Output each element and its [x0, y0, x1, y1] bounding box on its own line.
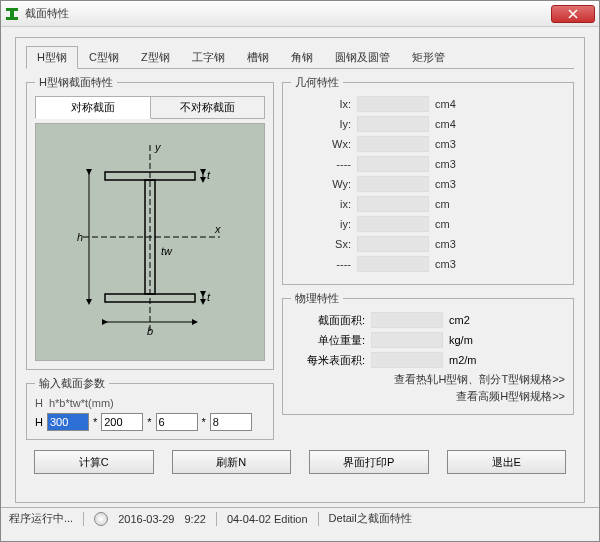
physical-legend: 物理特性: [291, 291, 343, 306]
status-running: 程序运行中...: [9, 511, 73, 526]
geo-unit: cm: [435, 218, 471, 230]
geo-label: Wx:: [291, 138, 351, 150]
geo-label: Iy:: [291, 118, 351, 130]
phys-row: 每米表面积: m2/m: [291, 352, 565, 368]
tab-rect[interactable]: 矩形管: [401, 46, 456, 68]
geo-row: Iy: cm4: [291, 116, 565, 132]
statusbar: 程序运行中... 2016-03-29 9:22 04-04-02 Editio…: [1, 507, 599, 529]
geo-unit: cm4: [435, 98, 471, 110]
tab-c-steel[interactable]: C型钢: [78, 46, 130, 68]
exit-button[interactable]: 退出E: [447, 450, 567, 474]
svg-text:y: y: [154, 141, 162, 153]
geo-unit: cm3: [435, 138, 471, 150]
body: H型钢截面特性 对称截面 不对称截面 y x: [26, 75, 574, 440]
sub-tab-symmetric[interactable]: 对称截面: [35, 96, 151, 119]
star: *: [202, 416, 206, 428]
params-legend: 输入截面参数: [35, 376, 109, 391]
geo-value: [357, 116, 429, 132]
svg-text:h: h: [77, 231, 83, 243]
param-hint-text: h*b*tw*t(mm): [49, 397, 114, 409]
tab-channel[interactable]: 槽钢: [236, 46, 280, 68]
outer-panel: H型钢 C型钢 Z型钢 工字钢 槽钢 角钢 圆钢及圆管 矩形管 H型钢截面特性 …: [15, 37, 585, 503]
geometry-group: 几何特性 Ix: cm4 Iy: cm4 Wx: cm3 ---- cm3 Wy…: [282, 75, 574, 285]
clock-icon: [94, 512, 108, 526]
h-section-svg: y x tw h b t: [65, 137, 235, 347]
svg-text:t: t: [207, 169, 211, 181]
svg-rect-1: [6, 8, 18, 11]
geo-label: Ix:: [291, 98, 351, 110]
status-time: 9:22: [184, 513, 205, 525]
phys-unit: kg/m: [449, 334, 489, 346]
link-high-freq[interactable]: 查看高频H型钢规格>>: [291, 389, 565, 404]
tab-round[interactable]: 圆钢及圆管: [324, 46, 401, 68]
phys-value: [371, 352, 443, 368]
geo-label: ix:: [291, 198, 351, 210]
geo-unit: cm3: [435, 238, 471, 250]
close-icon: [568, 9, 578, 19]
geo-label: ----: [291, 158, 351, 170]
geo-row: Wy: cm3: [291, 176, 565, 192]
tab-i-steel[interactable]: 工字钢: [181, 46, 236, 68]
input-h[interactable]: [47, 413, 89, 431]
geo-unit: cm3: [435, 158, 471, 170]
star: *: [93, 416, 97, 428]
svg-rect-2: [6, 17, 18, 20]
input-tw[interactable]: [156, 413, 198, 431]
spec-links: 查看热轧H型钢、剖分T型钢规格>> 查看高频H型钢规格>>: [291, 372, 565, 404]
input-b[interactable]: [101, 413, 143, 431]
status-date: 2016-03-29: [118, 513, 174, 525]
svg-text:b: b: [147, 325, 153, 337]
refresh-button[interactable]: 刷新N: [172, 450, 292, 474]
geo-value: [357, 156, 429, 172]
geo-row: Ix: cm4: [291, 96, 565, 112]
geo-unit: cm3: [435, 258, 471, 270]
physical-group: 物理特性 截面面积: cm2 单位重量: kg/m 每米表面积: m2/m 查看…: [282, 291, 574, 415]
geo-value: [357, 176, 429, 192]
geo-row: iy: cm: [291, 216, 565, 232]
phys-value: [371, 332, 443, 348]
tab-z-steel[interactable]: Z型钢: [130, 46, 181, 68]
phys-label: 单位重量:: [291, 333, 365, 348]
star: *: [147, 416, 151, 428]
status-edition: 04-04-02 Edition: [227, 513, 308, 525]
geo-label: ----: [291, 258, 351, 270]
geo-unit: cm4: [435, 118, 471, 130]
geo-row: ---- cm3: [291, 156, 565, 172]
close-button[interactable]: [551, 5, 595, 23]
phys-row: 截面面积: cm2: [291, 312, 565, 328]
link-hot-rolled[interactable]: 查看热轧H型钢、剖分T型钢规格>>: [291, 372, 565, 387]
geo-value: [357, 196, 429, 212]
sub-tab-asymmetric[interactable]: 不对称截面: [151, 96, 266, 119]
geo-value: [357, 256, 429, 272]
svg-text:x: x: [214, 223, 221, 235]
main-tabs: H型钢 C型钢 Z型钢 工字钢 槽钢 角钢 圆钢及圆管 矩形管: [26, 46, 574, 69]
geo-unit: cm: [435, 198, 471, 210]
geo-value: [357, 236, 429, 252]
param-row: H * * *: [35, 413, 265, 431]
tab-h-steel[interactable]: H型钢: [26, 46, 78, 69]
calc-button[interactable]: 计算C: [34, 450, 154, 474]
section-legend: H型钢截面特性: [35, 75, 117, 90]
param-label: H: [35, 416, 43, 428]
status-detail: Detail之截面特性: [329, 511, 412, 526]
phys-value: [371, 312, 443, 328]
geo-row: Sx: cm3: [291, 236, 565, 252]
param-hint: H h*b*tw*t(mm): [35, 397, 265, 409]
svg-text:t: t: [207, 291, 211, 303]
phys-row: 单位重量: kg/m: [291, 332, 565, 348]
left-column: H型钢截面特性 对称截面 不对称截面 y x: [26, 75, 274, 440]
phys-label: 截面面积:: [291, 313, 365, 328]
tab-angle[interactable]: 角钢: [280, 46, 324, 68]
sub-tabs: 对称截面 不对称截面: [35, 96, 265, 119]
section-group: H型钢截面特性 对称截面 不对称截面 y x: [26, 75, 274, 370]
print-button[interactable]: 界面打印P: [309, 450, 429, 474]
geometry-legend: 几何特性: [291, 75, 343, 90]
content-area: H型钢 C型钢 Z型钢 工字钢 槽钢 角钢 圆钢及圆管 矩形管 H型钢截面特性 …: [1, 27, 599, 507]
right-column: 几何特性 Ix: cm4 Iy: cm4 Wx: cm3 ---- cm3 Wy…: [282, 75, 574, 440]
geo-row: Wx: cm3: [291, 136, 565, 152]
window-title: 截面特性: [25, 6, 551, 21]
geo-value: [357, 96, 429, 112]
geo-label: Sx:: [291, 238, 351, 250]
phys-unit: m2/m: [449, 354, 489, 366]
input-t[interactable]: [210, 413, 252, 431]
